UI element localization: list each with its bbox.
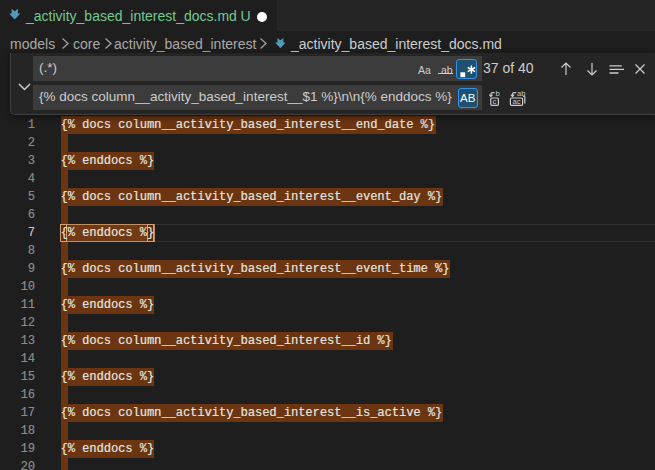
svg-text:ac: ac: [513, 97, 521, 106]
svg-text:c: c: [493, 97, 497, 106]
